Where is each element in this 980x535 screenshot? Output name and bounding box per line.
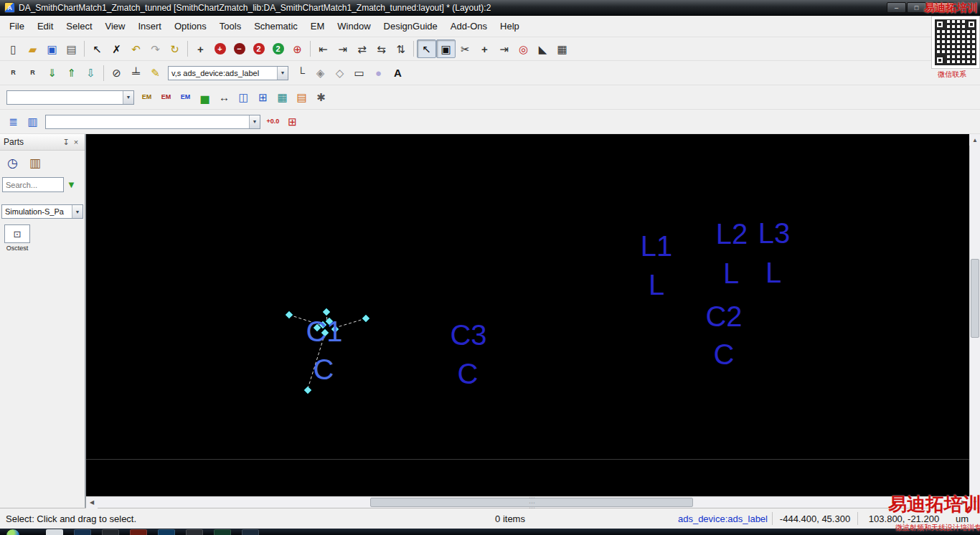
menu-file[interactable]: File [3, 18, 31, 34]
component-label-L3[interactable]: L3 [758, 217, 791, 250]
swap-components-button[interactable]: ⇄ [352, 39, 372, 58]
component-label-C[interactable]: C [314, 354, 334, 386]
taskbar-app-8[interactable] [242, 529, 259, 535]
menu-select[interactable]: Select [60, 18, 98, 34]
parts-search-input[interactable] [2, 177, 64, 192]
undo-button[interactable]: ↶ [126, 39, 146, 58]
wire-pencil-tool-button[interactable]: ✎ [146, 64, 165, 82]
component-label-C2[interactable]: C2 [705, 300, 742, 333]
component-label-C[interactable]: C [458, 358, 479, 390]
menu-edit[interactable]: Edit [31, 18, 60, 34]
open-folder-button[interactable]: ▰ [23, 39, 42, 58]
delete-button[interactable]: ✗ [107, 39, 126, 58]
print-button[interactable]: ▤ [62, 39, 81, 58]
vertical-scrollbar[interactable]: ▲ ▼ [969, 134, 980, 508]
view-3d-button[interactable]: ▦ [273, 88, 292, 107]
push-into-reference-button[interactable]: ⇩ [81, 64, 100, 82]
stretch-right-button[interactable]: ⇥ [333, 39, 352, 58]
vertical-scroll-track[interactable] [970, 146, 980, 496]
minimize-button[interactable]: – [887, 2, 906, 13]
chevron-down-icon[interactable]: ▼ [72, 205, 83, 218]
select-pin-mode-button[interactable]: ▣ [436, 39, 456, 58]
selection-handles[interactable] [86, 134, 969, 496]
layer-select-combo[interactable]: ▼ [6, 90, 134, 105]
rectangle-tool-button[interactable]: ▭ [349, 64, 369, 82]
component-label-L[interactable]: L [723, 257, 739, 290]
em-simulate-button[interactable]: EM [176, 88, 195, 107]
ground-tool-button[interactable]: ╧ [126, 64, 146, 82]
title-bar[interactable]: A DA_SmithChartMatch1_Zmatch_tunned [Smi… [0, 0, 980, 16]
component-label-C3[interactable]: C3 [450, 319, 486, 351]
view-panes-button[interactable]: ⊞ [253, 88, 273, 107]
zoom-in-2x-button[interactable]: 2 [268, 39, 288, 58]
horizontal-scrollbar[interactable]: ◀ ▶ [86, 496, 969, 508]
scroll-up-icon[interactable]: ▲ [969, 134, 980, 146]
taskbar-app-5[interactable] [158, 529, 175, 535]
zoom-in-button[interactable]: + [210, 39, 230, 58]
taskbar-app-2[interactable] [74, 529, 91, 535]
stretch-left-button[interactable]: ⇤ [314, 39, 333, 58]
polygon-arrow-2-button[interactable]: ◇ [330, 64, 349, 82]
distribute-vertical-button[interactable]: ⇅ [391, 39, 410, 58]
chevron-down-icon[interactable]: ▼ [123, 91, 133, 104]
via-tool-button[interactable]: ⊘ [107, 64, 126, 82]
filter-icon[interactable]: ▼ [67, 179, 76, 190]
annotation-scale-2-button[interactable]: R [23, 64, 42, 82]
zoom-out-button[interactable]: − [230, 39, 249, 58]
tech-setup-gear-button[interactable]: ✱ [311, 88, 331, 107]
component-thumbnail-icon[interactable]: ⊡ [4, 224, 30, 243]
push-into-hierarchy-button[interactable]: ⇓ [42, 64, 62, 82]
menu-view[interactable]: View [99, 18, 132, 34]
component-label-C1[interactable]: C1 [306, 316, 342, 348]
component-label-L[interactable]: L [765, 257, 781, 289]
snap-grid-toggle-button[interactable]: ⊞ [283, 113, 302, 131]
redo-all-button[interactable]: ↻ [165, 39, 184, 58]
component-label-L[interactable]: L [649, 269, 664, 301]
new-file-button[interactable]: ▯ [4, 39, 23, 58]
history-icon[interactable]: ◷ [7, 157, 18, 169]
save-button[interactable]: ▣ [42, 39, 62, 58]
chevron-down-icon[interactable]: ▼ [249, 115, 260, 128]
status-entry-layer[interactable]: ads_device:ads_label [664, 513, 772, 524]
taskbar-app-7[interactable] [214, 529, 231, 535]
vertical-scroll-thumb[interactable] [971, 259, 979, 338]
select-mode-button[interactable]: ↖ [417, 39, 436, 58]
menu-options[interactable]: Options [168, 18, 213, 34]
plot-chart-button[interactable]: ▅ [195, 88, 215, 107]
menu-add-ons[interactable]: Add-Ons [444, 18, 494, 34]
annotation-scale-1-button[interactable]: R [4, 64, 23, 82]
snap-to-end-button[interactable]: ⇥ [494, 39, 514, 58]
maximize-button[interactable]: □ [907, 2, 926, 13]
shear-tool-button[interactable]: ◣ [533, 39, 552, 58]
insert-pin-button[interactable]: + [475, 39, 494, 58]
text-tool-button[interactable]: A [388, 64, 407, 82]
entry-layer-combo[interactable]: v,s ads_device:ads_label▼ [168, 66, 288, 80]
menu-window[interactable]: Window [331, 18, 377, 34]
taskbar-app-3[interactable] [102, 529, 119, 535]
menu-schematic[interactable]: Schematic [248, 18, 304, 34]
pop-out-hierarchy-button[interactable]: ⇑ [62, 64, 81, 82]
move-tool-button[interactable]: + [191, 39, 210, 58]
menu-tools[interactable]: Tools [213, 18, 248, 34]
em-stop-button[interactable]: EM [156, 88, 176, 107]
component-label-L1[interactable]: L1 [641, 230, 673, 262]
parts-component-cell[interactable]: ⊡ Osctest [3, 224, 32, 252]
taskbar-app-1[interactable] [46, 529, 63, 535]
em-setup-button[interactable]: EM [137, 88, 156, 107]
windows-taskbar[interactable] [0, 529, 980, 535]
zoom-area-button[interactable]: ⊕ [288, 39, 307, 58]
dimension-tool-button[interactable]: ↔ [215, 88, 234, 107]
drawing-area[interactable]: C1CC3CL1LL2LL3LC2C [86, 134, 969, 496]
start-button[interactable] [6, 529, 20, 535]
component-history-combo[interactable]: ▼ [45, 115, 260, 129]
pin-icon[interactable]: ↧ [61, 138, 71, 147]
zoom-out-2x-button[interactable]: 2 [249, 39, 268, 58]
polygon-arrow-1-button[interactable]: ◈ [311, 64, 330, 82]
horizontal-scroll-track[interactable] [98, 497, 958, 508]
substrate-editor-button[interactable]: ≣ [4, 113, 23, 131]
library-browser-icon[interactable]: ▥ [29, 157, 41, 169]
scroll-left-icon[interactable]: ◀ [86, 497, 98, 508]
rainbow-layers-button[interactable]: ▤ [292, 88, 311, 107]
circle-tool-button[interactable]: ● [369, 64, 388, 82]
pointer-tool-button[interactable]: ↖ [88, 39, 107, 58]
